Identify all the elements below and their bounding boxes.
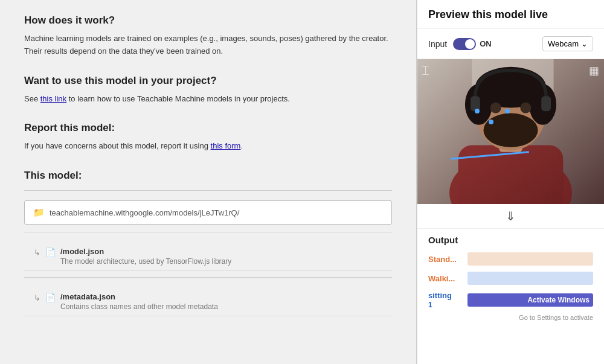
toggle-on-label: ON xyxy=(480,39,492,48)
right-header: Preview this model live xyxy=(417,0,604,29)
webcam-label: Webcam xyxy=(548,39,579,48)
chevron-down-icon: ⌄ xyxy=(581,39,588,48)
file-icon-1: 📄 xyxy=(45,247,56,257)
file-desc-model-json: The model architecture, used by TensorFl… xyxy=(60,257,231,266)
left-panel: How does it work? Machine learning model… xyxy=(0,0,417,364)
output-label-sitting: sitting1 xyxy=(428,291,461,309)
file-info-metadata-json: /metadata.json Contains class names and … xyxy=(60,292,218,311)
down-arrow-icon: ⇓ xyxy=(506,209,516,223)
file-name-metadata-json: /metadata.json xyxy=(60,292,218,301)
divider-1 xyxy=(24,190,392,191)
face-detection-overlay xyxy=(417,59,604,204)
activate-windows-text: Go to Settings to activate xyxy=(428,314,593,321)
nose-dot xyxy=(489,120,493,124)
face-line xyxy=(451,151,529,159)
toggle-knob xyxy=(465,39,475,49)
output-bar-sitting: Activate Windows xyxy=(467,293,593,307)
report-suffix: . xyxy=(240,141,243,150)
model-url-text: teachablemachine.withgoogle.com/models/j… xyxy=(50,208,239,217)
file-name-model-json: /model.json xyxy=(60,247,231,256)
file-desc-metadata-json: Contains class names and other model met… xyxy=(60,302,218,311)
file-icon-2: 📄 xyxy=(45,293,56,302)
this-link[interactable]: this link xyxy=(40,94,66,103)
how-does-it-work-body: Machine learning models are trained on e… xyxy=(24,33,392,58)
eye-dot-left xyxy=(475,109,480,113)
report-prefix: If you have concerns about this model, r… xyxy=(24,141,211,150)
arrow-icon-2: ↳ xyxy=(34,293,40,302)
use-in-project-section: Want to use this model in your project? … xyxy=(24,75,392,106)
how-does-it-work-title: How does it work? xyxy=(24,14,392,27)
model-url-box: 📁 teachablemachine.withgoogle.com/models… xyxy=(24,200,392,225)
divider-2 xyxy=(24,232,392,232)
report-model-title: Report this model: xyxy=(24,122,392,134)
divider-3 xyxy=(24,277,392,278)
output-section: Output Stand... Walki... sitting1 Activa… xyxy=(417,229,604,364)
output-row-stand: Stand... xyxy=(428,252,593,266)
this-model-title: This model: xyxy=(24,170,392,182)
input-toggle[interactable] xyxy=(453,38,476,50)
webcam-dropdown[interactable]: Webcam ⌄ xyxy=(542,36,593,51)
how-does-it-work-section: How does it work? Machine learning model… xyxy=(24,14,392,58)
output-label-stand: Stand... xyxy=(428,255,461,264)
use-in-project-title: Want to use this model in your project? xyxy=(24,75,392,87)
webcam-image xyxy=(417,59,604,204)
down-arrow-container: ⇓ xyxy=(417,204,604,229)
this-form-link[interactable]: this form xyxy=(211,141,241,150)
split-view-icon[interactable]: ▦ xyxy=(589,64,599,77)
preview-title: Preview this model live xyxy=(428,8,593,21)
use-in-project-suffix: to learn how to use Teachable Machine mo… xyxy=(66,94,290,103)
output-row-walki: Walki... xyxy=(428,272,593,285)
report-model-body: If you have concerns about this model, r… xyxy=(24,140,392,153)
webcam-feed: ⌶ ▦ xyxy=(417,59,604,204)
output-bar-walki xyxy=(467,272,593,285)
activate-windows-btn: Activate Windows xyxy=(527,296,590,304)
arrow-icon-1: ↳ xyxy=(34,248,40,257)
file-row-model-json: ↳ 📄 /model.json The model architecture, … xyxy=(24,242,392,271)
file-row-metadata-json: ↳ 📄 /metadata.json Contains class names … xyxy=(24,287,392,316)
crop-icon[interactable]: ⌶ xyxy=(422,64,429,77)
this-model-section: This model: 📁 teachablemachine.withgoogl… xyxy=(24,170,392,316)
right-panel: Preview this model live Input ON Webcam … xyxy=(417,0,604,364)
output-label-walki: Walki... xyxy=(428,274,461,283)
report-model-section: Report this model: If you have concerns … xyxy=(24,122,392,153)
use-in-project-prefix: See xyxy=(24,94,40,103)
output-row-sitting: sitting1 Activate Windows xyxy=(428,291,593,309)
eye-dot-right xyxy=(505,109,510,113)
output-bar-stand xyxy=(467,252,593,266)
input-label: Input xyxy=(428,39,447,49)
input-row: Input ON Webcam ⌄ xyxy=(417,29,604,59)
folder-icon: 📁 xyxy=(33,207,45,218)
file-info-model-json: /model.json The model architecture, used… xyxy=(60,247,231,266)
toggle-container[interactable]: ON xyxy=(453,38,492,50)
output-title: Output xyxy=(428,235,593,245)
use-in-project-body: See this link to learn how to use Teacha… xyxy=(24,93,392,106)
